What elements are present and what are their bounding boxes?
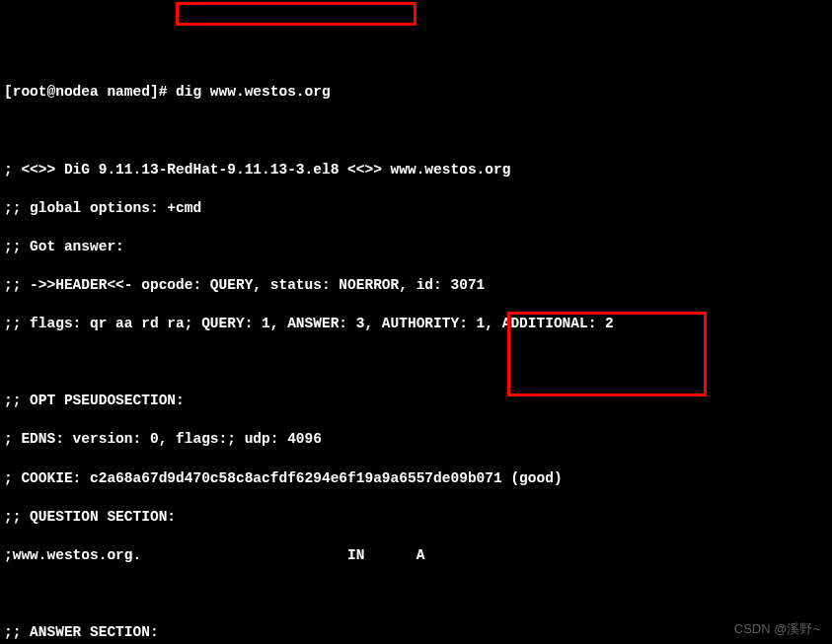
blank-line [4, 585, 828, 605]
question-row: ;www.westos.org. IN A [4, 546, 828, 566]
got-answer-line: ;; Got answer: [4, 238, 828, 257]
blank-line [4, 353, 828, 373]
watermark-text: CSDN @溪野~ [734, 620, 820, 638]
cookie-line: ; COOKIE: c2a68a67d9d470c58c8acfdf6294e6… [4, 469, 828, 489]
global-options-line: ;; global options: +cmd [4, 199, 828, 219]
prompt-line: [root@nodea named]# dig www.westos.org [4, 83, 828, 103]
version-line: ; <<>> DiG 9.11.13-RedHat-9.11.13-3.el8 … [4, 161, 828, 180]
prompt-prefix: [root@nodea named]# [4, 84, 176, 100]
highlight-command-box [176, 2, 416, 26]
command-text: dig www.westos.org [176, 84, 331, 100]
answer-title: ;; ANSWER SECTION: [4, 623, 828, 643]
blank-line [4, 121, 828, 141]
opt-title: ;; OPT PSEUDOSECTION: [4, 392, 828, 411]
question-title: ;; QUESTION SECTION: [4, 508, 828, 528]
header-line: ;; ->>HEADER<<- opcode: QUERY, status: N… [4, 276, 828, 296]
edns-line: ; EDNS: version: 0, flags:; udp: 4096 [4, 430, 828, 450]
flags-line: ;; flags: qr aa rd ra; QUERY: 1, ANSWER:… [4, 315, 828, 334]
